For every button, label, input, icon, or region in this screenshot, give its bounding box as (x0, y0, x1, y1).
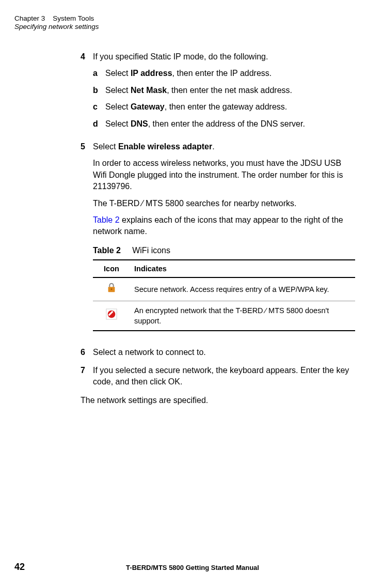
table-reference-link[interactable]: Table 2 (93, 215, 120, 224)
footer-title: T-BERD/MTS 5800 Getting Started Manual (25, 564, 360, 571)
wifi-icons-table: Icon Indicates (93, 259, 355, 331)
section-header: Specifying network settings (14, 23, 360, 30)
table-header-icon: Icon (93, 260, 130, 277)
chapter-title: System Tools (53, 14, 94, 22)
substep-label: a (93, 68, 105, 79)
step-text: If you selected a secure network, the ke… (93, 365, 355, 388)
substep-a: a Select IP address, then enter the IP a… (93, 68, 355, 79)
bold-text: DNS (131, 119, 148, 128)
bold-text: Gateway (131, 102, 165, 111)
text: . (212, 142, 214, 151)
step-5: 5 Select Enable wireless adapter. In ord… (81, 141, 355, 331)
step-number: 4 (81, 51, 93, 135)
paragraph: In order to access wireless networks, yo… (93, 158, 355, 192)
chapter-prefix: Chapter 3 (14, 14, 45, 22)
page-number: 42 (14, 562, 25, 572)
text: explains each of the icons that may appe… (93, 215, 343, 236)
step-number: 7 (81, 365, 93, 388)
text: , then enter the address of the DNS serv… (148, 119, 305, 128)
table-title: WiFi icons (132, 246, 170, 255)
paragraph: Table 2 explains each of the icons that … (93, 214, 355, 238)
substep-label: c (93, 101, 105, 113)
bold-text: Net Mask (131, 86, 167, 95)
substep-label: d (93, 118, 105, 130)
text: Select (105, 119, 131, 128)
table-header-indicates: Indicates (130, 260, 355, 277)
text: , then enter the net mask address. (167, 86, 292, 95)
substep-d: d Select DNS, then enter the address of … (93, 118, 355, 130)
text: Select (105, 69, 131, 78)
step-text: Select a network to connect to. (93, 347, 355, 358)
bold-text: Enable wireless adapter (118, 142, 212, 151)
substep-c: c Select Gateway, then enter the gateway… (93, 101, 355, 113)
prohibited-icon (106, 308, 117, 322)
table-caption: Table 2 WiFi icons (93, 245, 355, 256)
table-row: Secure network. Access requires entry of… (93, 277, 355, 301)
table-label: Table 2 (93, 246, 121, 255)
svg-point-1 (111, 289, 113, 290)
substep-b: b Select Net Mask, then enter the net ma… (93, 85, 355, 96)
text: Select (105, 102, 131, 111)
table-row: An encrypted network that the T-BERD ⁄ M… (93, 301, 355, 331)
step-7: 7 If you selected a secure network, the … (81, 365, 355, 388)
table-cell: Secure network. Access requires entry of… (130, 277, 355, 301)
step-intro: If you specified Static IP mode, do the … (93, 52, 268, 61)
text: , then enter the IP address. (172, 69, 272, 78)
substep-label: b (93, 85, 105, 96)
lock-icon (106, 282, 117, 296)
step-6: 6 Select a network to connect to. (81, 347, 355, 358)
step-number: 6 (81, 347, 93, 358)
text: , then enter the gateway address. (165, 102, 287, 111)
bold-text: IP address (131, 69, 172, 78)
step-4: 4 If you specified Static IP mode, do th… (81, 51, 355, 135)
text: Select (105, 86, 131, 95)
text: Select (93, 142, 118, 151)
paragraph: The T-BERD ⁄ MTS 5800 searches for nearb… (93, 198, 355, 209)
table-cell: An encrypted network that the T-BERD ⁄ M… (130, 301, 355, 331)
step-number: 5 (81, 141, 93, 331)
chapter-header: Chapter 3 System Tools (14, 14, 360, 22)
closing-paragraph: The network settings are specified. (81, 395, 355, 406)
page-footer: 42 T-BERD/MTS 5800 Getting Started Manua… (14, 562, 360, 572)
